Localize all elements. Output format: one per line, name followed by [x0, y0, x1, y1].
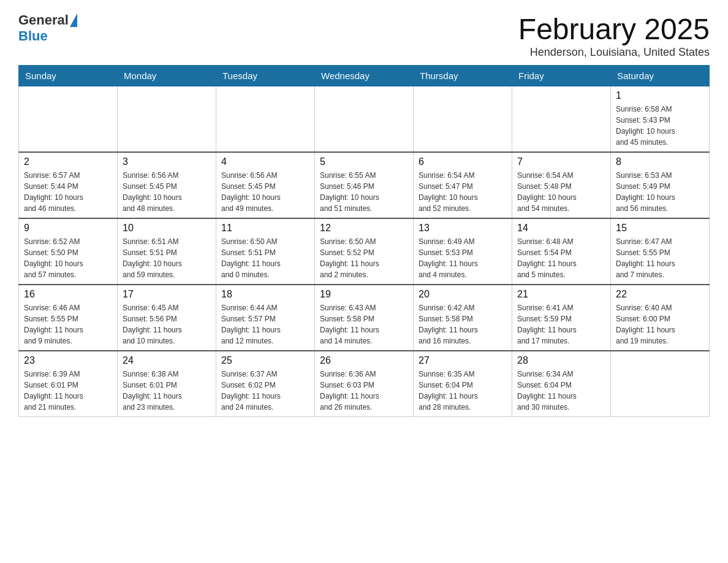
day-info: Sunrise: 6:45 AM Sunset: 5:56 PM Dayligh…: [123, 302, 211, 347]
calendar-cell: 1Sunrise: 6:58 AM Sunset: 5:43 PM Daylig…: [611, 86, 710, 153]
calendar-cell: [19, 86, 118, 153]
calendar-cell: [315, 86, 414, 153]
day-info: Sunrise: 6:54 AM Sunset: 5:47 PM Dayligh…: [419, 170, 507, 214]
week-row-2: 2Sunrise: 6:57 AM Sunset: 5:44 PM Daylig…: [19, 152, 710, 218]
weekday-header-monday: Monday: [118, 66, 216, 86]
calendar-cell: 15Sunrise: 6:47 AM Sunset: 5:55 PM Dayli…: [611, 218, 710, 285]
day-number: 21: [517, 289, 605, 300]
calendar-table: SundayMondayTuesdayWednesdayThursdayFrid…: [18, 65, 710, 417]
day-info: Sunrise: 6:52 AM Sunset: 5:50 PM Dayligh…: [24, 236, 112, 280]
day-number: 25: [221, 355, 309, 366]
day-info: Sunrise: 6:50 AM Sunset: 5:51 PM Dayligh…: [221, 236, 309, 280]
day-number: 22: [616, 289, 704, 300]
day-number: 11: [221, 223, 309, 234]
logo-general-text: General: [18, 12, 69, 28]
calendar-cell: 2Sunrise: 6:57 AM Sunset: 5:44 PM Daylig…: [19, 152, 118, 218]
day-number: 19: [320, 289, 408, 300]
day-info: Sunrise: 6:54 AM Sunset: 5:48 PM Dayligh…: [517, 170, 605, 214]
day-info: Sunrise: 6:37 AM Sunset: 6:02 PM Dayligh…: [221, 369, 309, 413]
day-info: Sunrise: 6:35 AM Sunset: 6:04 PM Dayligh…: [419, 369, 507, 413]
day-number: 13: [419, 223, 507, 234]
day-info: Sunrise: 6:57 AM Sunset: 5:44 PM Dayligh…: [24, 170, 112, 214]
day-number: 23: [24, 355, 112, 366]
day-info: Sunrise: 6:43 AM Sunset: 5:58 PM Dayligh…: [320, 302, 408, 347]
day-info: Sunrise: 6:53 AM Sunset: 5:49 PM Dayligh…: [616, 170, 704, 214]
day-number: 7: [517, 156, 605, 167]
day-number: 20: [419, 289, 507, 300]
location-text: Henderson, Louisiana, United States: [518, 46, 710, 59]
calendar-cell: 19Sunrise: 6:43 AM Sunset: 5:58 PM Dayli…: [315, 285, 414, 351]
logo-blue-text: Blue: [18, 28, 48, 44]
calendar-cell: 17Sunrise: 6:45 AM Sunset: 5:56 PM Dayli…: [118, 285, 216, 351]
calendar-cell: 25Sunrise: 6:37 AM Sunset: 6:02 PM Dayli…: [216, 351, 315, 417]
day-number: 3: [123, 156, 211, 167]
month-title: February 2025: [518, 12, 710, 46]
weekday-header-friday: Friday: [512, 66, 611, 86]
calendar-cell: [512, 86, 611, 153]
calendar-cell: 20Sunrise: 6:42 AM Sunset: 5:58 PM Dayli…: [414, 285, 512, 351]
week-row-1: 1Sunrise: 6:58 AM Sunset: 5:43 PM Daylig…: [19, 86, 710, 153]
day-number: 15: [616, 223, 704, 234]
calendar-cell: [216, 86, 315, 153]
day-number: 4: [221, 156, 309, 167]
calendar-cell: 11Sunrise: 6:50 AM Sunset: 5:51 PM Dayli…: [216, 218, 315, 285]
calendar-cell: 14Sunrise: 6:48 AM Sunset: 5:54 PM Dayli…: [512, 218, 611, 285]
day-number: 5: [320, 156, 408, 167]
calendar-cell: 26Sunrise: 6:36 AM Sunset: 6:03 PM Dayli…: [315, 351, 414, 417]
day-number: 18: [221, 289, 309, 300]
calendar-cell: [414, 86, 512, 153]
calendar-cell: 12Sunrise: 6:50 AM Sunset: 5:52 PM Dayli…: [315, 218, 414, 285]
calendar-cell: 4Sunrise: 6:56 AM Sunset: 5:45 PM Daylig…: [216, 152, 315, 218]
weekday-header-row: SundayMondayTuesdayWednesdayThursdayFrid…: [19, 66, 710, 86]
calendar-cell: 5Sunrise: 6:55 AM Sunset: 5:46 PM Daylig…: [315, 152, 414, 218]
calendar-cell: 18Sunrise: 6:44 AM Sunset: 5:57 PM Dayli…: [216, 285, 315, 351]
day-info: Sunrise: 6:49 AM Sunset: 5:53 PM Dayligh…: [419, 236, 507, 280]
calendar-cell: 10Sunrise: 6:51 AM Sunset: 5:51 PM Dayli…: [118, 218, 216, 285]
calendar-cell: 24Sunrise: 6:38 AM Sunset: 6:01 PM Dayli…: [118, 351, 216, 417]
calendar-cell: [118, 86, 216, 153]
day-number: 28: [517, 355, 605, 366]
title-section: February 2025 Henderson, Louisiana, Unit…: [518, 12, 710, 59]
day-info: Sunrise: 6:36 AM Sunset: 6:03 PM Dayligh…: [320, 369, 408, 413]
calendar-cell: 22Sunrise: 6:40 AM Sunset: 6:00 PM Dayli…: [611, 285, 710, 351]
day-info: Sunrise: 6:40 AM Sunset: 6:00 PM Dayligh…: [616, 302, 704, 347]
day-number: 12: [320, 223, 408, 234]
calendar-cell: 6Sunrise: 6:54 AM Sunset: 5:47 PM Daylig…: [414, 152, 512, 218]
weekday-header-tuesday: Tuesday: [216, 66, 315, 86]
day-number: 8: [616, 156, 704, 167]
day-info: Sunrise: 6:56 AM Sunset: 5:45 PM Dayligh…: [221, 170, 309, 214]
day-info: Sunrise: 6:48 AM Sunset: 5:54 PM Dayligh…: [517, 236, 605, 280]
logo: General Blue: [18, 12, 78, 44]
day-number: 27: [419, 355, 507, 366]
day-number: 14: [517, 223, 605, 234]
calendar-cell: 9Sunrise: 6:52 AM Sunset: 5:50 PM Daylig…: [19, 218, 118, 285]
day-info: Sunrise: 6:46 AM Sunset: 5:55 PM Dayligh…: [24, 302, 112, 347]
day-number: 2: [24, 156, 112, 167]
weekday-header-sunday: Sunday: [19, 66, 118, 86]
day-number: 24: [123, 355, 211, 366]
week-row-5: 23Sunrise: 6:39 AM Sunset: 6:01 PM Dayli…: [19, 351, 710, 417]
day-info: Sunrise: 6:51 AM Sunset: 5:51 PM Dayligh…: [123, 236, 211, 280]
weekday-header-saturday: Saturday: [611, 66, 710, 86]
page-header: General Blue February 2025 Henderson, Lo…: [18, 12, 710, 59]
day-info: Sunrise: 6:44 AM Sunset: 5:57 PM Dayligh…: [221, 302, 309, 347]
calendar-cell: 27Sunrise: 6:35 AM Sunset: 6:04 PM Dayli…: [414, 351, 512, 417]
weekday-header-thursday: Thursday: [414, 66, 512, 86]
day-info: Sunrise: 6:47 AM Sunset: 5:55 PM Dayligh…: [616, 236, 704, 280]
day-info: Sunrise: 6:50 AM Sunset: 5:52 PM Dayligh…: [320, 236, 408, 280]
calendar-cell: 13Sunrise: 6:49 AM Sunset: 5:53 PM Dayli…: [414, 218, 512, 285]
day-info: Sunrise: 6:38 AM Sunset: 6:01 PM Dayligh…: [123, 369, 211, 413]
day-number: 9: [24, 223, 112, 234]
weekday-header-wednesday: Wednesday: [315, 66, 414, 86]
calendar-cell: 3Sunrise: 6:56 AM Sunset: 5:45 PM Daylig…: [118, 152, 216, 218]
day-number: 10: [123, 223, 211, 234]
day-number: 1: [616, 90, 704, 101]
day-info: Sunrise: 6:41 AM Sunset: 5:59 PM Dayligh…: [517, 302, 605, 347]
calendar-cell: [611, 351, 710, 417]
calendar-cell: 16Sunrise: 6:46 AM Sunset: 5:55 PM Dayli…: [19, 285, 118, 351]
calendar-cell: 7Sunrise: 6:54 AM Sunset: 5:48 PM Daylig…: [512, 152, 611, 218]
day-info: Sunrise: 6:34 AM Sunset: 6:04 PM Dayligh…: [517, 369, 605, 413]
day-number: 6: [419, 156, 507, 167]
day-info: Sunrise: 6:56 AM Sunset: 5:45 PM Dayligh…: [123, 170, 211, 214]
week-row-3: 9Sunrise: 6:52 AM Sunset: 5:50 PM Daylig…: [19, 218, 710, 285]
